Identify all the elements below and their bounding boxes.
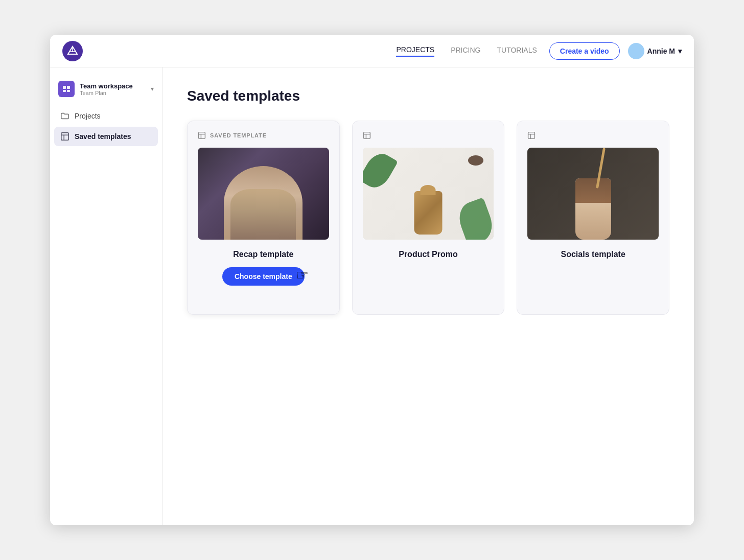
svg-rect-16 xyxy=(528,132,535,139)
sidebar: Team workspace Team Plan ▾ Projects xyxy=(50,67,162,525)
sidebar-item-projects[interactable]: Projects xyxy=(54,106,158,126)
svg-rect-3 xyxy=(63,86,66,89)
sidebar-item-saved-templates-label: Saved templates xyxy=(75,132,131,141)
template-card-recap[interactable]: SAVED TEMPLATE Recap template Choose tem… xyxy=(187,121,340,315)
card-badge-recap: SAVED TEMPLATE xyxy=(210,132,267,138)
saved-template-icon-3 xyxy=(527,131,536,139)
template-name-recap: Recap template xyxy=(233,250,293,259)
template-card-product[interactable]: Product Promo Choose template xyxy=(352,121,505,315)
template-icon xyxy=(60,132,69,141)
choose-template-button-recap[interactable]: Choose template xyxy=(222,267,305,286)
card-header-recap: SAVED TEMPLATE xyxy=(198,131,267,139)
svg-rect-7 xyxy=(61,133,68,140)
workspace-chevron-icon: ▾ xyxy=(151,85,154,92)
svg-rect-10 xyxy=(199,132,205,139)
template-image-product xyxy=(363,148,494,240)
app-logo[interactable] xyxy=(62,41,83,61)
svg-rect-13 xyxy=(363,132,370,139)
nav-tutorials[interactable]: TUTORIALS xyxy=(497,46,537,56)
nav-pricing[interactable]: PRICING xyxy=(451,46,480,56)
template-name-product: Product Promo xyxy=(399,250,458,259)
template-card-socials[interactable]: Socials template Choose template xyxy=(517,121,669,315)
nav-links: PROJECTS PRICING TUTORIALS xyxy=(396,45,537,57)
user-chevron-icon: ▾ xyxy=(678,47,682,55)
main-content: Saved templates SAVED TEMPLATE xyxy=(162,67,694,525)
user-menu[interactable]: Annie M ▾ xyxy=(628,43,682,59)
template-image-recap xyxy=(198,148,329,240)
svg-rect-6 xyxy=(67,90,70,92)
avatar xyxy=(628,43,644,59)
saved-template-icon-2 xyxy=(363,131,371,139)
workspace-selector[interactable]: Team workspace Team Plan ▾ xyxy=(50,76,162,102)
sidebar-item-saved-templates[interactable]: Saved templates xyxy=(54,127,158,146)
nav-projects[interactable]: PROJECTS xyxy=(396,45,434,57)
template-image-socials xyxy=(527,148,659,240)
folder-icon xyxy=(60,111,69,121)
svg-rect-5 xyxy=(63,90,66,92)
sidebar-item-projects-label: Projects xyxy=(75,112,101,120)
page-title: Saved templates xyxy=(187,88,669,104)
user-name: Annie M xyxy=(647,47,675,55)
template-name-socials: Socials template xyxy=(561,250,625,259)
sidebar-nav: Projects Saved templates xyxy=(50,106,162,146)
create-video-button[interactable]: Create a video xyxy=(549,42,620,60)
workspace-icon xyxy=(58,81,75,97)
navbar: PROJECTS PRICING TUTORIALS Create a vide… xyxy=(50,35,694,67)
workspace-plan: Team Plan xyxy=(80,90,151,96)
saved-template-icon xyxy=(198,131,206,139)
svg-rect-4 xyxy=(67,86,70,89)
workspace-info: Team workspace Team Plan xyxy=(80,82,151,96)
workspace-name: Team workspace xyxy=(80,82,151,90)
card-header-socials xyxy=(527,131,536,139)
templates-grid: SAVED TEMPLATE Recap template Choose tem… xyxy=(187,121,669,315)
card-header-product xyxy=(363,131,371,139)
